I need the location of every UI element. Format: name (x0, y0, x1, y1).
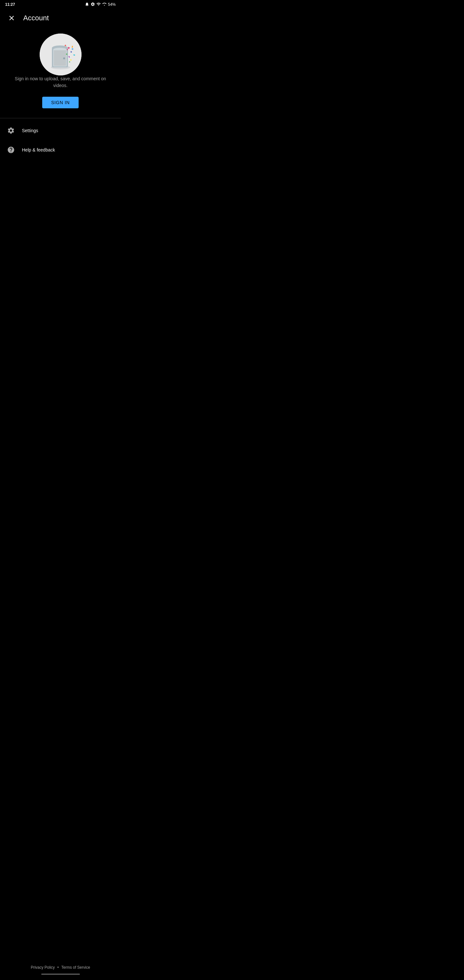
svg-point-16 (67, 49, 68, 50)
svg-point-17 (72, 48, 73, 50)
notification-icon (85, 2, 89, 7)
svg-point-7 (63, 57, 65, 59)
help-label: Help & feedback (22, 147, 55, 153)
settings-icon (6, 126, 16, 135)
menu-list: Settings Help & feedback (0, 118, 121, 162)
wifi-icon (96, 2, 101, 7)
sign-in-button[interactable]: SIGN IN (42, 97, 79, 108)
avatar-illustration (40, 33, 81, 75)
terms-of-service-link[interactable]: Terms of Service (61, 965, 90, 970)
home-indicator (41, 974, 80, 975)
status-time: 11:27 (5, 2, 15, 7)
privacy-policy-link[interactable]: Privacy Policy (30, 965, 55, 970)
page-title: Account (23, 14, 49, 22)
settings-label: Settings (22, 128, 38, 133)
help-menu-item[interactable]: Help & feedback (0, 140, 121, 159)
settings-icon (91, 2, 95, 7)
signal-icon (102, 2, 106, 7)
header: Account (0, 9, 121, 27)
help-icon (6, 145, 16, 154)
status-bar: 11:27 54% (0, 0, 121, 9)
status-icons: 54% (85, 2, 116, 7)
footer-links: Privacy Policy • Terms of Service (5, 965, 116, 970)
close-button[interactable] (5, 12, 18, 24)
sign-in-prompt: Sign in now to upload, save, and comment… (5, 75, 116, 89)
svg-point-18 (69, 61, 70, 62)
settings-menu-item[interactable]: Settings (0, 121, 121, 140)
battery-text: 54% (108, 2, 116, 7)
sign-in-section: Sign in now to upload, save, and comment… (0, 27, 121, 118)
svg-rect-15 (70, 59, 72, 61)
footer-separator: • (57, 965, 59, 970)
footer: Privacy Policy • Terms of Service (0, 960, 121, 980)
